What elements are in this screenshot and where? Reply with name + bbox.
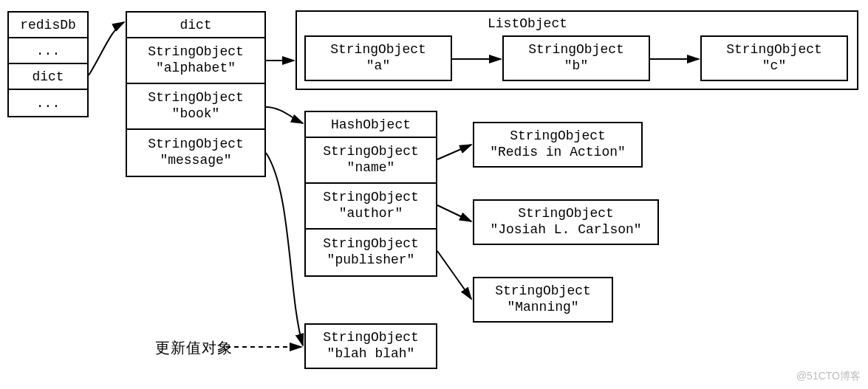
hash-key-publisher: StringObject "publisher" (306, 230, 436, 275)
dict-key-value: "message" (160, 153, 231, 169)
list-item-b: StringObject "b" (502, 35, 650, 81)
hash-value-name: StringObject "Redis in Action" (473, 122, 643, 168)
list-item-value: "b" (564, 58, 588, 75)
list-item-value: "c" (762, 58, 786, 75)
listobject-title: ListObject (488, 16, 567, 31)
hash-value-type: StringObject (510, 128, 606, 145)
hashobject-header: HashObject (306, 112, 436, 138)
hash-value-text: "Manning" (507, 300, 578, 316)
message-value-box: StringObject "blah blah" (304, 323, 437, 369)
svg-line-4 (437, 205, 471, 221)
hash-key-type: StringObject (323, 144, 419, 160)
hash-key-author: StringObject "author" (306, 184, 436, 230)
redisdb-row-ellipsis2: ... (9, 90, 87, 116)
hash-key-type: StringObject (323, 236, 419, 252)
hash-key-name: StringObject "name" (306, 138, 436, 184)
list-item-c: StringObject "c" (700, 35, 848, 81)
message-value-type: StringObject (323, 330, 419, 346)
dict-key-type: StringObject (148, 90, 244, 106)
redisdb-row-ellipsis: ... (9, 38, 87, 64)
dict-table: dict StringObject "alphabet" StringObjec… (126, 11, 266, 177)
update-value-annotation: 更新值对象 (155, 338, 233, 358)
watermark: @51CTO博客 (796, 370, 861, 383)
list-item-type: StringObject (528, 42, 624, 58)
svg-line-3 (437, 145, 471, 159)
hash-key-label: "name" (347, 160, 395, 176)
dict-key-book: StringObject "book" (127, 84, 264, 130)
hash-value-text: "Redis in Action" (490, 145, 626, 161)
hash-value-type: StringObject (518, 206, 614, 222)
message-value-text: "blah blah" (327, 346, 415, 362)
dict-key-alphabet: StringObject "alphabet" (127, 38, 264, 84)
list-item-a: StringObject "a" (304, 35, 452, 81)
redisdb-row-dict: dict (9, 64, 87, 90)
hash-value-type: StringObject (495, 283, 591, 300)
dict-key-type: StringObject (148, 137, 244, 153)
dict-key-type: StringObject (148, 44, 244, 61)
hash-key-type: StringObject (323, 190, 419, 206)
hash-key-label: "author" (339, 206, 403, 222)
hashobject-table: HashObject StringObject "name" StringObj… (304, 111, 437, 277)
redisdb-table: redisDb ... dict ... (7, 11, 89, 117)
dict-key-message: StringObject "message" (127, 130, 264, 176)
dict-key-value: "alphabet" (156, 61, 236, 77)
dict-header: dict (127, 13, 264, 38)
hash-value-publisher: StringObject "Manning" (473, 277, 613, 323)
list-item-value: "a" (366, 58, 390, 75)
list-item-type: StringObject (726, 42, 822, 58)
svg-line-5 (437, 251, 471, 299)
list-item-type: StringObject (330, 42, 426, 58)
redisdb-header: redisDb (9, 13, 87, 38)
hash-key-label: "publisher" (327, 252, 415, 269)
hash-value-text: "Josiah L. Carlson" (490, 222, 641, 238)
hash-value-author: StringObject "Josiah L. Carlson" (473, 199, 659, 245)
dict-key-value: "book" (172, 106, 220, 123)
